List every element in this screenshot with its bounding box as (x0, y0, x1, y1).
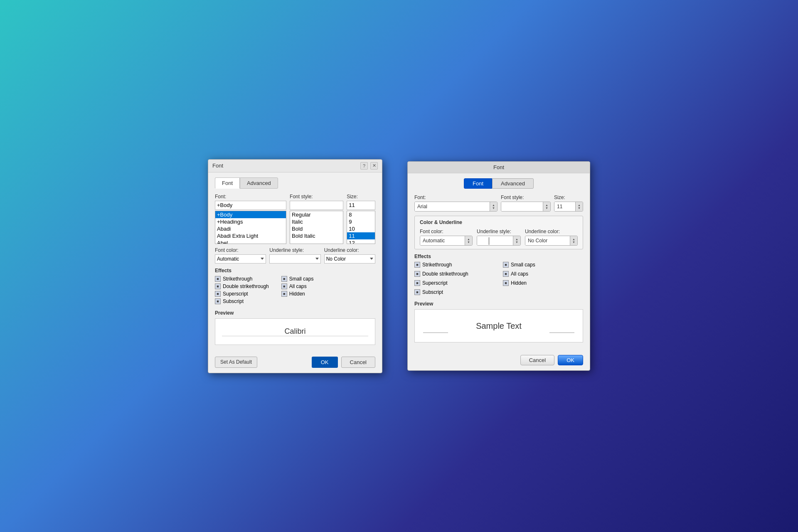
list-item[interactable]: Abadi (215, 225, 286, 232)
font-style-listbox[interactable]: Regular Italic Bold Bold Italic (290, 211, 343, 244)
all-caps-row-mac: ■ All caps (503, 271, 583, 277)
arrow-down-icon: ▼ (467, 241, 470, 244)
superscript-checkbox-mac[interactable]: ■ (414, 280, 420, 286)
font-style-arrow[interactable]: ▲ ▼ (543, 202, 550, 211)
subscript-checkbox-mac[interactable]: ■ (414, 289, 420, 295)
all-caps-label-mac: All caps (511, 271, 528, 277)
effects-grid: ■ Strikethrough ■ Double strikethrough ■… (215, 276, 375, 306)
cancel-button-mac[interactable]: Cancel (520, 355, 554, 365)
color-underline-title: Color & Underline (420, 219, 578, 225)
small-caps-checkbox-mac[interactable]: ■ (503, 262, 509, 268)
tab-font-windows[interactable]: Font (215, 177, 240, 189)
font-field-mac: Font: Arial ▲ ▼ (414, 195, 498, 212)
font-color-select[interactable]: Automatic (215, 254, 266, 264)
small-caps-checkbox[interactable]: ■ (281, 276, 287, 282)
underline-style-group: Underline style: (269, 247, 320, 264)
checkbox-icon: ■ (416, 263, 418, 267)
all-caps-checkbox-mac[interactable]: ■ (503, 271, 509, 277)
cancel-button[interactable]: Cancel (341, 357, 375, 368)
size-input[interactable] (347, 201, 375, 210)
strikethrough-label: Strikethrough (223, 276, 252, 282)
font-row: Font: +Body +Headings Abadi Abadi Extra … (215, 194, 375, 244)
font-dialog-mac: Font Font Advanced Font: Arial ▲ ▼ Font … (407, 161, 590, 371)
font-color-dropdown-mac[interactable]: Automatic ▲ ▼ (420, 236, 473, 246)
titlebar-windows: Font ? ✕ (208, 160, 382, 172)
dialog1-content: Font Advanced Font: +Body +Headings Abad… (208, 172, 382, 353)
font-color-value-mac: Automatic (420, 236, 465, 245)
size-listbox[interactable]: 8 9 10 11 12 (347, 211, 375, 244)
hidden-checkbox-mac[interactable]: ■ (503, 280, 509, 286)
strikethrough-checkbox[interactable]: ■ (215, 276, 221, 282)
close-button[interactable]: ✕ (370, 162, 378, 170)
preview-section-mac: Preview Sample Text (414, 301, 583, 342)
list-item[interactable]: 11 (347, 232, 375, 239)
font-dropdown-arrow[interactable]: ▲ ▼ (490, 202, 497, 211)
underline-color-label-mac: Underline color: (525, 229, 578, 234)
list-item[interactable]: +Body (215, 211, 286, 218)
preview-line-right (549, 332, 574, 333)
font-dropdown-mac[interactable]: Arial ▲ ▼ (414, 202, 498, 212)
subscript-label: Subscript (223, 298, 244, 304)
ok-button[interactable]: OK (312, 357, 338, 368)
tab-advanced-mac[interactable]: Advanced (492, 178, 534, 189)
checkbox-icon: ■ (217, 292, 219, 296)
list-item[interactable]: Regular (290, 211, 343, 218)
underline-style-select[interactable] (269, 254, 320, 264)
color-underline-row: Font color: Automatic Underline style: U… (215, 247, 375, 264)
subscript-checkbox[interactable]: ■ (215, 298, 221, 304)
list-item[interactable]: Bold Italic (290, 232, 343, 239)
preview-line (222, 336, 368, 336)
subscript-row-mac: ■ Subscript (414, 289, 495, 295)
font-color-arrow[interactable]: ▲ ▼ (465, 236, 472, 245)
list-item[interactable]: 9 (347, 218, 375, 225)
checkbox-icon: ■ (283, 284, 285, 288)
font-style-dropdown-mac[interactable]: ▲ ▼ (501, 202, 551, 212)
effects-label: Effects (215, 268, 375, 273)
list-item[interactable]: Abel (215, 239, 286, 244)
underline-style-arrow[interactable]: ▲ ▼ (513, 236, 520, 245)
checkbox-icon: ■ (283, 277, 285, 281)
strikethrough-label-mac: Strikethrough (422, 262, 452, 268)
superscript-label-mac: Superscript (422, 280, 448, 286)
checkbox-icon: ■ (505, 281, 507, 285)
checkbox-icon: ■ (217, 284, 219, 288)
small-caps-label: Small caps (289, 276, 314, 282)
superscript-checkbox[interactable]: ■ (215, 291, 221, 297)
size-dropdown-mac[interactable]: 11 ▲ ▼ (554, 202, 583, 212)
hidden-checkbox[interactable]: ■ (281, 291, 287, 297)
list-item[interactable]: 8 (347, 211, 375, 218)
arrow-down-icon: ▼ (572, 241, 575, 244)
list-item[interactable]: Abadi Extra Light (215, 232, 286, 239)
tab-font-mac[interactable]: Font (464, 178, 492, 189)
effects-col-right: ■ Small caps ■ All caps ■ Hidden (281, 276, 314, 306)
underline-color-value-mac: No Color (525, 236, 570, 245)
checkbox-icon: ■ (416, 290, 418, 294)
underline-color-select[interactable]: No Color (324, 254, 375, 264)
list-item[interactable]: Italic (290, 218, 343, 225)
font-listbox[interactable]: +Body +Headings Abadi Abadi Extra Light … (215, 211, 286, 244)
font-input[interactable] (215, 201, 286, 210)
ok-button-mac[interactable]: OK (558, 355, 583, 365)
font-style-label: Font style: (290, 194, 343, 200)
list-item[interactable]: 10 (347, 225, 375, 232)
dialog1-title: Font (212, 163, 223, 169)
double-strikethrough-checkbox-mac[interactable]: ■ (414, 271, 420, 277)
underline-style-dropdown-mac[interactable]: ▲ ▼ (477, 236, 521, 246)
set-as-default-button[interactable]: Set As Default (215, 357, 257, 368)
all-caps-checkbox[interactable]: ■ (281, 283, 287, 289)
strikethrough-checkbox-mac[interactable]: ■ (414, 262, 420, 268)
list-item[interactable]: 12 (347, 239, 375, 244)
size-arrow[interactable]: ▲ ▼ (575, 202, 583, 211)
double-strikethrough-checkbox[interactable]: ■ (215, 283, 221, 289)
effects-grid-mac: ■ Strikethrough ■ Small caps ■ Double st… (414, 262, 583, 297)
underline-color-arrow[interactable]: ▲ ▼ (570, 236, 577, 245)
font-style-input[interactable] (290, 201, 343, 210)
tab-advanced-windows[interactable]: Advanced (240, 177, 278, 189)
list-item[interactable]: +Headings (215, 218, 286, 225)
preview-text: Calibri (284, 327, 305, 336)
superscript-row-mac: ■ Superscript (414, 280, 495, 286)
list-item[interactable]: Bold (290, 225, 343, 232)
help-button[interactable]: ? (360, 162, 368, 170)
underline-color-dropdown-mac[interactable]: No Color ▲ ▼ (525, 236, 578, 246)
font-style-label-mac: Font style: (501, 195, 551, 200)
